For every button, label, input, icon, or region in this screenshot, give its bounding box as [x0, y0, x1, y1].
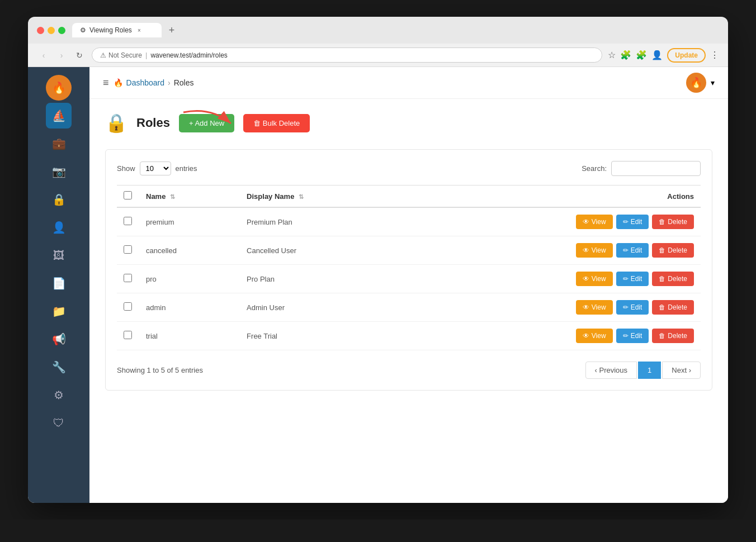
bookmark-icon[interactable]: ☆	[608, 50, 616, 60]
edit-button-4[interactable]: ✏ Edit	[616, 329, 649, 343]
page-header: 🔒 Roles + Add New 🗑 Bulk Delete	[105, 112, 712, 134]
header-display-name[interactable]: Display Name ⇅	[240, 186, 400, 208]
display-name-sort-icon: ⇅	[299, 193, 304, 200]
sidebar: 🔥 ⛵ 💼 📷 🔒 👤 🖼 📄 �	[28, 67, 89, 503]
edit-button-3[interactable]: ✏ Edit	[616, 300, 649, 315]
puzzle-icon[interactable]: 🧩	[636, 50, 647, 60]
row-checkbox-3[interactable]	[124, 302, 132, 311]
trash-icon: 🗑	[659, 218, 665, 226]
row-actions-1: 👁 View ✏ Edit 🗑 Delete	[400, 236, 701, 265]
sidebar-item-megaphone[interactable]: 📢	[46, 326, 72, 352]
tab-close-button[interactable]: ×	[135, 26, 143, 34]
search-input[interactable]	[611, 161, 701, 176]
delete-button-1[interactable]: 🗑 Delete	[652, 243, 694, 258]
megaphone-icon: 📢	[52, 332, 66, 346]
new-tab-button[interactable]: +	[164, 22, 179, 38]
sidebar-item-lock[interactable]: 🔒	[46, 187, 72, 212]
close-traffic-light[interactable]	[37, 27, 44, 34]
header-name[interactable]: Name ⇅	[139, 186, 240, 208]
breadcrumb-current: Roles	[174, 78, 194, 87]
topbar: ≡ 🔥 Dashboard › Roles 🔥 ▾	[89, 67, 728, 99]
forward-button[interactable]: ›	[55, 49, 68, 62]
update-button[interactable]: Update	[667, 48, 706, 63]
delete-button-2[interactable]: 🗑 Delete	[652, 272, 694, 286]
hamburger-menu[interactable]: ≡	[103, 77, 109, 89]
table-row: pro Pro Plan 👁 View ✏ Edit 🗑 Delete	[117, 265, 701, 293]
back-button[interactable]: ‹	[37, 49, 50, 62]
gear-icon: ⚙	[54, 388, 64, 402]
add-new-button[interactable]: + Add New	[179, 114, 234, 132]
page-body: 🔒 Roles + Add New 🗑 Bulk Delete Show 10 …	[89, 99, 728, 503]
sidebar-item-document[interactable]: 📄	[46, 270, 72, 296]
roles-page-icon: 🔒	[105, 112, 127, 134]
sidebar-item-image[interactable]: 🖼	[46, 243, 72, 268]
table-body: premium Premium Plan 👁 View ✏ Edit 🗑 Del…	[117, 207, 701, 350]
select-all-checkbox[interactable]	[124, 191, 132, 199]
delete-button-3[interactable]: 🗑 Delete	[652, 300, 694, 315]
page-title: Roles	[136, 116, 170, 130]
row-actions-3: 👁 View ✏ Edit 🗑 Delete	[400, 293, 701, 322]
row-checkbox-1[interactable]	[124, 245, 132, 254]
maximize-traffic-light[interactable]	[58, 27, 65, 34]
bulk-delete-button[interactable]: 🗑 Bulk Delete	[243, 114, 310, 132]
topbar-right: 🔥 ▾	[686, 73, 715, 93]
view-button-4[interactable]: 👁 View	[576, 329, 613, 343]
active-tab[interactable]: ⚙ Viewing Roles ×	[72, 23, 162, 37]
reload-button[interactable]: ↻	[73, 49, 86, 62]
profile-icon[interactable]: 👤	[651, 50, 663, 60]
user-avatar-icon: 🔥	[690, 77, 702, 89]
main-content: ≡ 🔥 Dashboard › Roles 🔥 ▾	[89, 67, 728, 503]
sidebar-item-user[interactable]: 👤	[46, 215, 72, 240]
row-checkbox-4[interactable]	[124, 331, 132, 339]
next-button[interactable]: Next ›	[662, 362, 701, 379]
delete-button-4[interactable]: 🗑 Delete	[652, 329, 694, 343]
header-actions: Actions	[400, 186, 701, 208]
view-button-0[interactable]: 👁 View	[576, 215, 613, 229]
document-icon: 📄	[52, 277, 66, 290]
briefcase-icon: 💼	[52, 137, 66, 150]
breadcrumb-dashboard-link[interactable]: Dashboard	[126, 78, 165, 87]
more-options-icon[interactable]: ⋮	[710, 50, 719, 60]
table-section: Show 10 25 50 100 entries Search:	[105, 149, 712, 391]
tab-icon: ⚙	[80, 26, 86, 34]
row-name-4: trial	[139, 322, 240, 350]
sidebar-item-camera[interactable]: 📷	[46, 159, 72, 184]
sidebar-item-briefcase[interactable]: 💼	[46, 131, 72, 156]
row-checkbox-0[interactable]	[124, 217, 132, 225]
view-button-3[interactable]: 👁 View	[576, 300, 613, 315]
user-icon: 👤	[52, 221, 66, 234]
entries-select[interactable]: 10 25 50 100	[140, 161, 171, 175]
row-display-name-4: Free Trial	[240, 322, 400, 350]
previous-button[interactable]: ‹ Previous	[585, 362, 637, 379]
page-1-button[interactable]: 1	[638, 362, 661, 379]
file-icon: 📁	[52, 305, 66, 318]
showing-text: Showing 1 to 5 of 5 entries	[117, 366, 203, 374]
sidebar-item-helm[interactable]: ⛵	[46, 103, 72, 129]
edit-button-0[interactable]: ✏ Edit	[616, 215, 649, 229]
view-button-1[interactable]: 👁 View	[576, 243, 613, 258]
sidebar-item-file[interactable]: 📁	[46, 298, 72, 324]
edit-icon: ✏	[623, 303, 629, 311]
minimize-traffic-light[interactable]	[48, 27, 55, 34]
row-checkbox-2[interactable]	[124, 274, 132, 282]
delete-button-0[interactable]: 🗑 Delete	[652, 215, 694, 229]
extensions-icon[interactable]: 🧩	[620, 50, 631, 60]
sidebar-item-wrench[interactable]: 🔧	[46, 354, 72, 380]
sidebar-item-shield[interactable]: 🛡	[46, 410, 72, 436]
user-menu-chevron[interactable]: ▾	[711, 78, 715, 87]
user-avatar[interactable]: 🔥	[686, 73, 706, 93]
row-checkbox-cell	[117, 293, 139, 322]
edit-button-2[interactable]: ✏ Edit	[616, 272, 649, 286]
edit-button-1[interactable]: ✏ Edit	[616, 243, 649, 258]
sidebar-item-gear[interactable]: ⚙	[46, 382, 72, 408]
edit-icon: ✏	[623, 332, 629, 340]
logo-icon: 🔥	[52, 81, 66, 94]
helm-icon: ⛵	[52, 109, 66, 122]
row-actions-4: 👁 View ✏ Edit 🗑 Delete	[400, 322, 701, 350]
address-bar[interactable]: ⚠ Not Secure | wavenew.test/admin/roles	[92, 47, 602, 63]
header-display-name-label: Display Name	[247, 192, 294, 201]
row-display-name-2: Pro Plan	[240, 265, 400, 293]
header-name-label: Name	[146, 192, 166, 201]
eye-icon: 👁	[583, 303, 589, 311]
view-button-2[interactable]: 👁 View	[576, 272, 613, 286]
